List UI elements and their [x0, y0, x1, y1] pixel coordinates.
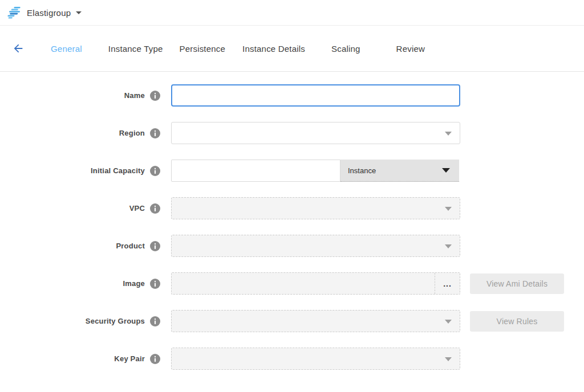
tab-review[interactable]: Review — [396, 44, 425, 54]
vpc-label: VPC — [129, 204, 145, 213]
image-label-group: Image — [0, 279, 160, 289]
initial-capacity-label: Initial Capacity — [91, 166, 145, 175]
image-label: Image — [123, 279, 145, 288]
app-title: Elastigroup — [27, 8, 71, 18]
initial-capacity-input[interactable] — [171, 160, 340, 182]
capacity-unit-select[interactable]: Instance — [340, 160, 459, 182]
tab-instance-type[interactable]: Instance Type — [108, 44, 163, 54]
vpc-select — [171, 197, 460, 219]
name-input[interactable] — [171, 84, 460, 107]
key-pair-select — [171, 348, 460, 370]
product-label: Product — [116, 242, 145, 250]
name-row: Name — [0, 84, 584, 107]
key-pair-label: Key Pair — [114, 354, 145, 363]
region-row: Region — [0, 122, 584, 144]
elastigroup-logo-icon — [7, 6, 21, 19]
wizard-tabs: General Instance Type Persistence Instan… — [51, 44, 425, 54]
tab-general[interactable]: General — [51, 44, 82, 54]
info-icon[interactable] — [150, 203, 160, 214]
region-select[interactable] — [171, 122, 460, 144]
security-groups-select — [171, 310, 460, 332]
info-icon[interactable] — [150, 316, 160, 326]
capacity-unit-value: Instance — [348, 166, 376, 175]
image-row: Image ... View Ami Details — [0, 272, 584, 295]
vpc-label-group: VPC — [0, 203, 160, 214]
info-icon[interactable] — [150, 128, 160, 138]
info-icon[interactable] — [150, 91, 160, 101]
info-icon[interactable] — [150, 166, 160, 176]
security-groups-row: Security Groups View Rules — [0, 310, 584, 332]
region-label-group: Region — [0, 128, 160, 138]
region-label: Region — [119, 129, 145, 137]
image-input: ... — [171, 272, 460, 295]
key-pair-label-group: Key Pair — [0, 354, 160, 364]
product-select — [171, 235, 460, 257]
general-settings-form: Name Region Initial Capacity — [0, 72, 584, 370]
chevron-down-icon — [442, 168, 450, 173]
arrow-left-icon — [12, 42, 25, 55]
chevron-down-icon — [445, 320, 452, 324]
tab-scaling[interactable]: Scaling — [331, 44, 360, 54]
chevron-down-icon — [445, 132, 452, 136]
image-value-area — [172, 273, 435, 294]
wizard-tab-bar: General Instance Type Persistence Instan… — [0, 26, 584, 72]
security-groups-label-group: Security Groups — [0, 316, 160, 326]
chevron-down-icon — [445, 244, 452, 248]
initial-capacity-row: Initial Capacity Instance — [0, 160, 584, 182]
top-bar: Elastigroup — [0, 0, 584, 26]
security-groups-label: Security Groups — [86, 317, 145, 325]
name-label-group: Name — [0, 91, 160, 101]
chevron-down-icon — [445, 207, 452, 211]
chevron-down-icon — [76, 11, 82, 14]
tab-instance-details[interactable]: Instance Details — [242, 44, 305, 54]
product-label-group: Product — [0, 241, 160, 251]
info-icon[interactable] — [150, 354, 160, 364]
view-ami-details-button: View Ami Details — [470, 273, 564, 294]
tab-persistence[interactable]: Persistence — [180, 44, 226, 54]
initial-capacity-label-group: Initial Capacity — [0, 166, 160, 176]
name-label: Name — [124, 91, 145, 100]
info-icon[interactable] — [150, 241, 160, 251]
key-pair-row: Key Pair — [0, 348, 584, 370]
vpc-row: VPC — [0, 197, 584, 219]
app-switcher-dropdown[interactable]: Elastigroup — [7, 6, 82, 19]
image-browse-button: ... — [435, 273, 460, 294]
chevron-down-icon — [445, 357, 452, 361]
back-button[interactable] — [12, 42, 25, 55]
product-row: Product — [0, 235, 584, 257]
info-icon[interactable] — [150, 279, 160, 289]
view-rules-button: View Rules — [470, 311, 564, 332]
